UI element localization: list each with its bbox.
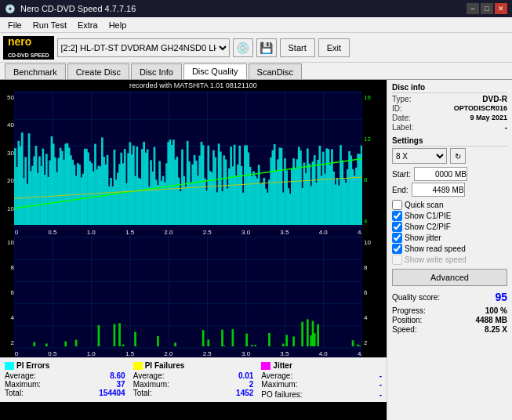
start-input[interactable]: 0000 MB [414,167,467,181]
pi-failures-title: PI Failures [145,361,185,370]
disc-icon-button[interactable]: 💿 [233,38,253,57]
disc-info-section: Disc info Type: DVD-R ID: OPTODISCR016 D… [392,83,507,132]
pi-errors-color [5,362,14,370]
pi-failures-avg-value: 0.01 [238,371,253,380]
y-axis-left-bottom: 10 8 6 4 2 [0,236,14,357]
jitter-title: Jitter [273,361,292,370]
minimize-button[interactable]: − [467,3,479,14]
refresh-button[interactable]: ↻ [450,148,466,164]
toolbar: nero CD·DVD SPEED [2:2] HL-DT-ST DVDRAM … [0,33,512,63]
show-c2pif-checkbox[interactable] [392,222,402,232]
disc-label-label: Label: [392,123,413,132]
show-read-speed-label: Show read speed [405,244,466,253]
show-c1pie-label: Show C1/PIE [405,212,451,220]
pi-failures-max-label: Maximum: [133,380,169,389]
legend-area: PI Errors Average: 8.60 Maximum: 37 Tota… [0,357,387,402]
show-read-speed-checkbox[interactable] [392,244,402,254]
disc-date-row: Date: 9 May 2021 [392,114,507,122]
disc-label-row: Label: - [392,123,507,132]
nero-logo: nero CD·DVD SPEED [3,36,54,60]
disc-date-value: 9 May 2021 [470,114,507,122]
quick-scan-row: Quick scan [392,200,507,210]
close-button[interactable]: ✕ [495,3,507,14]
legend-jitter: Jitter Average: - Maximum: - PO failures… [261,361,382,399]
menu-run-test[interactable]: Run Test [28,20,71,31]
show-jitter-row: Show jitter [392,233,507,243]
pi-errors-total-label: Total: [5,389,24,397]
app-icon: 💿 [5,4,16,14]
disc-type-value: DVD-R [482,95,507,103]
start-row: Start: 0000 MB [392,167,507,181]
main-content: recorded with MATSHITA 1.01 08121100 50 … [0,80,512,420]
tab-scan-disc[interactable]: ScanDisc [249,63,302,79]
tab-benchmark[interactable]: Benchmark [5,63,66,79]
tab-create-disc[interactable]: Create Disc [67,63,129,79]
titlebar: 💿 Nero CD-DVD Speed 4.7.7.16 − □ ✕ [0,0,512,17]
show-write-speed-checkbox[interactable] [392,255,402,265]
quality-score-label: Quality score: [392,293,440,302]
end-label: End: [392,186,409,194]
legend-pi-failures: PI Failures Average: 0.01 Maximum: 2 Tot… [133,361,254,399]
chart-title: recorded with MATSHITA 1.01 08121100 [0,80,387,91]
position-value: 4488 MB [475,316,507,324]
speed-row: 8 X Max 4 X 2 X 1 X ↻ [392,148,507,164]
disc-type-label: Type: [392,95,411,103]
pi-errors-total-value: 154404 [99,389,125,397]
show-jitter-checkbox[interactable] [392,233,402,243]
exit-button[interactable]: Exit [318,38,350,57]
quality-section: Quality score: 95 Progress: 100 % Positi… [392,291,507,334]
settings-title: Settings [392,136,507,147]
disc-id-label: ID: [392,104,402,113]
pi-failures-max-value: 2 [249,380,254,389]
pi-failures-avg-label: Average: [133,371,165,380]
show-jitter-label: Show jitter [405,234,441,242]
start-label: Start: [392,170,411,179]
pi-failures-total-label: Total: [133,389,152,397]
maximize-button[interactable]: □ [481,3,493,14]
disc-id-row: ID: OPTODISCR016 [392,104,507,113]
jitter-avg-label: Average: [261,371,292,380]
legend-pi-errors: PI Errors Average: 8.60 Maximum: 37 Tota… [5,361,125,399]
quick-scan-label: Quick scan [405,201,443,209]
show-c2pif-label: Show C2/PIF [405,223,451,231]
pi-errors-avg-label: Average: [5,371,36,380]
position-label: Position: [392,316,422,324]
pi-failures-total-value: 1452 [236,389,253,397]
menu-extra[interactable]: Extra [73,20,103,31]
menubar: File Run Test Extra Help [0,17,512,33]
speed-value: 8.25 X [485,325,507,334]
menu-file[interactable]: File [3,20,27,31]
position-row: Position: 4488 MB [392,316,507,324]
tab-disc-quality[interactable]: Disc Quality [183,63,247,79]
pi-errors-max-label: Maximum: [5,380,41,389]
end-input[interactable]: 4489 MB [412,183,465,197]
speed-label: Speed: [392,325,417,334]
show-c2pif-row: Show C2/PIF [392,222,507,232]
bottom-chart-canvas [14,236,362,357]
menu-help[interactable]: Help [104,20,132,31]
pi-errors-max-value: 37 [117,380,125,389]
right-panel: Disc info Type: DVD-R ID: OPTODISCR016 D… [387,80,512,420]
speed-select[interactable]: 8 X Max 4 X 2 X 1 X [392,148,447,164]
save-button[interactable]: 💾 [256,38,277,57]
progress-value: 100 % [485,306,507,315]
show-c1pie-checkbox[interactable] [392,211,402,221]
pi-failures-color [133,362,143,370]
start-button[interactable]: Start [280,38,315,57]
settings-section: Settings 8 X Max 4 X 2 X 1 X ↻ Start: 00… [392,136,507,286]
pi-errors-title: PI Errors [16,361,49,370]
tab-disc-info[interactable]: Disc Info [131,63,182,79]
quality-score-value: 95 [495,291,507,303]
titlebar-title: 💿 Nero CD-DVD Speed 4.7.7.16 [5,4,136,14]
show-c1pie-row: Show C1/PIE [392,211,507,221]
advanced-button[interactable]: Advanced [392,269,507,286]
jitter-color [261,362,271,370]
drive-select[interactable]: [2:2] HL-DT-ST DVDRAM GH24NSD0 LH00 [57,38,230,57]
quick-scan-checkbox[interactable] [392,200,402,210]
show-write-speed-label: Show write speed [405,255,467,264]
show-write-speed-row: Show write speed [392,255,507,265]
po-failures-value: - [379,390,382,399]
chart-section: recorded with MATSHITA 1.01 08121100 50 … [0,80,387,420]
progress-label: Progress: [392,306,426,315]
chart-top: 50 40 30 20 10 16 12 8 4 [0,91,387,236]
